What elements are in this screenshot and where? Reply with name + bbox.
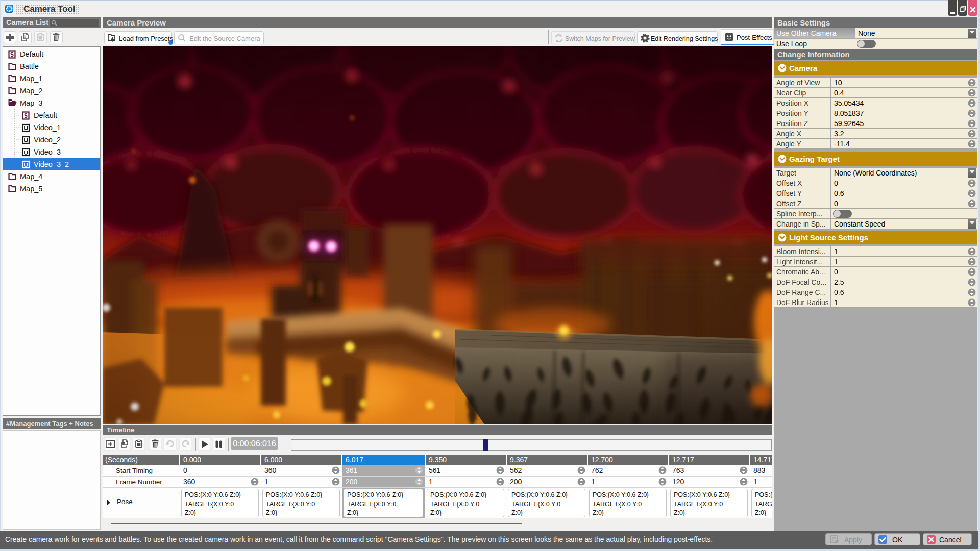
svg-text:Map_1: Map_1 — [20, 74, 42, 83]
svg-text:Battle: Battle — [20, 62, 39, 70]
svg-text:Map_5: Map_5 — [20, 185, 42, 193]
svg-text:Video_1: Video_1 — [34, 123, 61, 132]
svg-text:Map_2: Map_2 — [20, 87, 42, 95]
svg-text:Video_3_2: Video_3_2 — [34, 160, 69, 168]
svg-text:Default: Default — [34, 111, 57, 119]
svg-text:Map_4: Map_4 — [20, 172, 42, 181]
svg-text:Map_3: Map_3 — [20, 99, 42, 107]
svg-text:Video_3: Video_3 — [34, 148, 61, 156]
svg-text:Video_2: Video_2 — [34, 136, 61, 144]
svg-text:Default: Default — [20, 50, 43, 58]
